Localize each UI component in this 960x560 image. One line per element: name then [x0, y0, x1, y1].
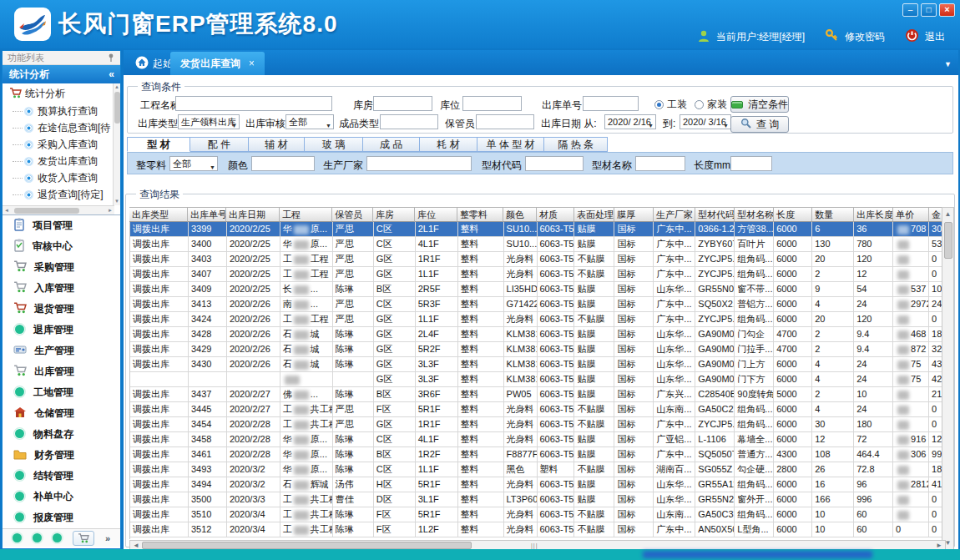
- table-row[interactable]: G区3L3F整料KLM38176063-T5贴膜国标山东华...GA90M09.…: [130, 372, 946, 387]
- location-input[interactable]: [462, 96, 522, 111]
- column-header[interactable]: 出库长度: [854, 207, 893, 222]
- grid-vertical-scrollbar[interactable]: ▲ ▼: [942, 207, 954, 550]
- tree-item[interactable]: 在途信息查询[待: [3, 119, 108, 136]
- sidebar-item-dot[interactable]: 报废管理: [3, 507, 120, 528]
- project-name-input[interactable]: [175, 96, 332, 111]
- table-row[interactable]: 调拨出库34132020/2/26南...严思C区5R3F整料G71422606…: [130, 297, 946, 312]
- tree-item[interactable]: 发货出库查询: [3, 153, 108, 169]
- clear-conditions-button[interactable]: 清空条件: [730, 96, 789, 113]
- radio-jiazhuang[interactable]: 家装: [695, 98, 727, 112]
- table-row[interactable]: 调拨出库35102020/3/4工共工程陈琳F区5R1F整料光身料6063-T5…: [130, 507, 946, 522]
- column-header[interactable]: 出库日期: [226, 207, 280, 222]
- table-row[interactable]: 调拨出库34612020/2/28华原...陈琳B区1R2F整料F8877FT6…: [130, 447, 946, 462]
- column-header[interactable]: 生产厂家: [654, 207, 695, 222]
- sidebar-item-dot[interactable]: 结转管理: [3, 466, 120, 487]
- radio-gongzhuang[interactable]: 工装: [654, 98, 687, 112]
- column-header[interactable]: 材质: [537, 207, 574, 222]
- table-row[interactable]: 调拨出库34932020/3/2华原...陈琳C区1L1F整料黑色塑料不贴膜国标…: [130, 462, 946, 477]
- product-type-input[interactable]: [380, 114, 438, 129]
- sidebar-section-header[interactable]: 统计分析 «: [3, 65, 120, 83]
- table-row[interactable]: 调拨出库34302020/2/26石城陈琳G区3L3F整料KLM38176063…: [130, 357, 946, 372]
- column-header[interactable]: 整零料: [457, 207, 503, 222]
- column-header[interactable]: 颜色: [503, 207, 537, 222]
- table-row[interactable]: 调拨出库34072020/2/25工工程严思G区1L1F整料光身料6063-T5…: [130, 267, 946, 282]
- material-tab[interactable]: 成 品: [363, 137, 420, 152]
- tree-item[interactable]: 预算执行查询: [3, 103, 108, 119]
- audit-select[interactable]: 全部▼: [285, 114, 334, 129]
- column-header[interactable]: 长度: [774, 207, 812, 222]
- column-header[interactable]: 库位: [415, 207, 457, 222]
- whole-part-select[interactable]: 全部▼: [169, 156, 218, 171]
- color-input[interactable]: [251, 156, 315, 171]
- warehouse-input[interactable]: [373, 96, 432, 111]
- column-header[interactable]: 表面处理: [574, 207, 614, 222]
- sidebar-item-folder[interactable]: 财务管理: [3, 445, 120, 466]
- column-header[interactable]: 库房: [373, 207, 415, 222]
- tree-item[interactable]: 采购入库查询: [3, 136, 108, 153]
- tree-horizontal-scrollbar[interactable]: ◄ ►: [3, 205, 114, 214]
- sidebar-item-prod[interactable]: 生产管理: [3, 341, 120, 361]
- tree-root-statistics[interactable]: 统计分析: [3, 85, 108, 103]
- date-to-picker[interactable]: 2020/ 3/16▼: [680, 114, 731, 129]
- scroll-down-icon[interactable]: ▼: [114, 198, 120, 205]
- column-header[interactable]: 出库单号: [188, 207, 226, 222]
- close-button[interactable]: ×: [939, 3, 955, 17]
- module-dot-icon[interactable]: [53, 533, 62, 542]
- table-row[interactable]: 调拨出库34372020/2/27佛...陈琳B区3R6F整料PW056063-…: [130, 387, 946, 402]
- more-chevron-icon[interactable]: »: [105, 533, 110, 543]
- column-header[interactable]: 工程: [280, 207, 332, 222]
- column-header[interactable]: 膜厚: [614, 207, 654, 222]
- material-tab[interactable]: 辅 材: [249, 137, 305, 152]
- tab-shipping-out-query[interactable]: 发货出库查询 ×: [170, 52, 265, 75]
- minimize-button[interactable]: –: [902, 3, 918, 17]
- maximize-button[interactable]: □: [921, 3, 937, 17]
- material-tab[interactable]: 耗 材: [420, 137, 477, 152]
- scroll-up-icon[interactable]: ▲: [942, 208, 953, 220]
- material-tab[interactable]: 隔 热 条: [544, 137, 608, 152]
- tab-close-icon[interactable]: ×: [249, 58, 255, 69]
- column-header[interactable]: 保管员: [332, 207, 373, 222]
- collapse-icon[interactable]: «: [109, 65, 114, 83]
- sidebar-item-clipboard[interactable]: 项目管理: [3, 215, 120, 236]
- sidebar-item-cart-ret[interactable]: 退货管理: [3, 299, 120, 320]
- sidebar-item-clipboard2[interactable]: 审核中心: [3, 236, 120, 257]
- scroll-thumb[interactable]: [14, 208, 79, 214]
- table-row[interactable]: 调拨出库34542020/2/28工共工程严思G区1R1F整料光身料6063-T…: [130, 417, 946, 432]
- sidebar-item-cart-in[interactable]: 入库管理: [3, 278, 120, 299]
- tree-vertical-scrollbar[interactable]: ▲ ▼: [113, 83, 120, 205]
- column-header[interactable]: 型材名称: [735, 207, 774, 222]
- pin-icon[interactable]: [106, 53, 116, 63]
- scroll-thumb[interactable]: [114, 92, 120, 124]
- profile-code-input[interactable]: [525, 156, 584, 171]
- material-tab[interactable]: 配 件: [190, 137, 249, 152]
- scroll-left-icon[interactable]: ◄: [3, 206, 11, 215]
- table-row[interactable]: 调拨出库34452020/2/27工共工程严思F区5R1F整料光身料6063-T…: [130, 402, 946, 417]
- module-dot-icon[interactable]: [13, 533, 22, 542]
- material-tab[interactable]: 单 体 型 材: [477, 137, 544, 152]
- logout-link[interactable]: 退出: [925, 30, 945, 44]
- table-row[interactable]: 调拨出库35002020/3/3工共工程曹佳D区3L1F整料LT3P606063…: [130, 492, 946, 507]
- date-from-picker[interactable]: 2020/ 2/16▼: [604, 114, 656, 129]
- profile-name-input[interactable]: [635, 156, 685, 171]
- scroll-up-icon[interactable]: ▲: [114, 83, 120, 91]
- scroll-thumb[interactable]: [142, 542, 472, 549]
- table-row[interactable]: 调拨出库34282020/2/26石城陈琳G区2L4F整料KLM38176063…: [130, 327, 946, 342]
- sidebar-item-cart-out[interactable]: 出库管理: [3, 361, 120, 382]
- maker-input[interactable]: [366, 156, 472, 171]
- order-no-input[interactable]: [583, 96, 639, 111]
- column-header[interactable]: 数量: [812, 207, 854, 222]
- column-header[interactable]: 单价: [893, 207, 929, 222]
- material-tab[interactable]: 型 材: [127, 137, 190, 152]
- sidebar-item-dot[interactable]: 工地管理: [3, 382, 120, 403]
- table-row[interactable]: 调拨出库34292020/2/26石城陈琳G区5R2F整料KLM38176063…: [130, 342, 946, 357]
- table-row[interactable]: 调拨出库33992020/2/25华原...严思C区2L1F整料SU10...6…: [130, 222, 946, 237]
- sidebar-item-house[interactable]: 仓储管理: [3, 403, 120, 424]
- keeper-input[interactable]: [476, 114, 534, 129]
- module-dot-icon[interactable]: [33, 533, 42, 542]
- table-row[interactable]: 调拨出库34242020/2/26工工程严思G区1L1F整料光身料6063-T5…: [130, 312, 946, 327]
- sidebar-item-cart[interactable]: 采购管理: [3, 257, 120, 278]
- column-header[interactable]: 出库类型: [129, 207, 188, 222]
- material-tab[interactable]: 玻 璃: [305, 137, 363, 152]
- table-row[interactable]: 调拨出库34092020/2/25长...陈琳B区2R5F整料LI35HD606…: [130, 282, 946, 297]
- table-row[interactable]: 调拨出库34942020/3/2石辉城汤伟H区5R1F整料光身料6063-T5贴…: [130, 477, 946, 492]
